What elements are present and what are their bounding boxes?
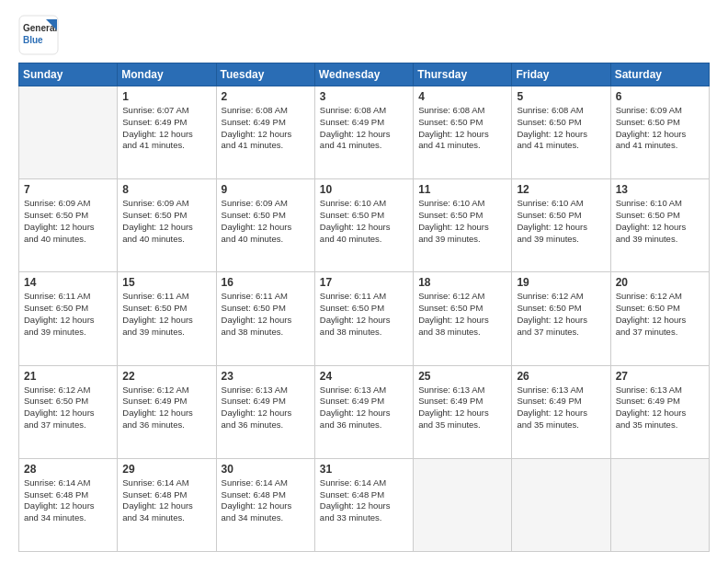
day-info: Sunrise: 6:12 AM Sunset: 6:50 PM Dayligh… xyxy=(418,291,506,338)
week-row-2: 7Sunrise: 6:09 AM Sunset: 6:50 PM Daylig… xyxy=(19,179,710,272)
col-header-friday: Friday xyxy=(512,63,610,86)
day-cell: 5Sunrise: 6:08 AM Sunset: 6:50 PM Daylig… xyxy=(512,86,610,179)
day-cell xyxy=(19,86,118,179)
day-number: 31 xyxy=(320,463,408,476)
day-number: 15 xyxy=(122,276,210,289)
day-number: 28 xyxy=(24,463,112,476)
day-number: 11 xyxy=(418,183,506,196)
day-info: Sunrise: 6:10 AM Sunset: 6:50 PM Dayligh… xyxy=(517,198,605,245)
day-number: 22 xyxy=(122,370,210,383)
day-info: Sunrise: 6:14 AM Sunset: 6:48 PM Dayligh… xyxy=(320,477,408,524)
day-info: Sunrise: 6:10 AM Sunset: 6:50 PM Dayligh… xyxy=(320,198,408,245)
day-info: Sunrise: 6:11 AM Sunset: 6:50 PM Dayligh… xyxy=(320,291,408,338)
logo-svg: General Blue xyxy=(18,15,59,55)
day-info: Sunrise: 6:11 AM Sunset: 6:50 PM Dayligh… xyxy=(122,291,210,338)
day-cell: 14Sunrise: 6:11 AM Sunset: 6:50 PM Dayli… xyxy=(19,272,118,365)
day-number: 24 xyxy=(320,370,408,383)
day-cell: 30Sunrise: 6:14 AM Sunset: 6:48 PM Dayli… xyxy=(216,458,314,551)
day-info: Sunrise: 6:14 AM Sunset: 6:48 PM Dayligh… xyxy=(222,477,310,524)
day-number: 9 xyxy=(222,183,310,196)
day-number: 30 xyxy=(222,463,310,476)
day-info: Sunrise: 6:08 AM Sunset: 6:50 PM Dayligh… xyxy=(517,105,605,152)
day-number: 19 xyxy=(517,276,605,289)
day-cell: 20Sunrise: 6:12 AM Sunset: 6:50 PM Dayli… xyxy=(610,272,709,365)
day-cell: 4Sunrise: 6:08 AM Sunset: 6:50 PM Daylig… xyxy=(414,86,512,179)
day-cell: 21Sunrise: 6:12 AM Sunset: 6:50 PM Dayli… xyxy=(19,365,118,458)
day-info: Sunrise: 6:12 AM Sunset: 6:49 PM Dayligh… xyxy=(122,385,210,431)
day-cell: 7Sunrise: 6:09 AM Sunset: 6:50 PM Daylig… xyxy=(19,179,118,272)
day-info: Sunrise: 6:08 AM Sunset: 6:49 PM Dayligh… xyxy=(222,105,310,152)
day-number: 7 xyxy=(24,183,112,196)
day-number: 16 xyxy=(222,276,310,289)
day-info: Sunrise: 6:12 AM Sunset: 6:50 PM Dayligh… xyxy=(24,385,112,431)
page: General Blue SundayMondayTuesdayWednesda… xyxy=(0,0,728,563)
day-number: 2 xyxy=(222,90,310,103)
day-info: Sunrise: 6:14 AM Sunset: 6:48 PM Dayligh… xyxy=(24,477,112,524)
week-row-5: 28Sunrise: 6:14 AM Sunset: 6:48 PM Dayli… xyxy=(19,458,710,551)
day-cell: 26Sunrise: 6:13 AM Sunset: 6:49 PM Dayli… xyxy=(512,365,610,458)
day-info: Sunrise: 6:11 AM Sunset: 6:50 PM Dayligh… xyxy=(24,291,112,338)
day-cell: 17Sunrise: 6:11 AM Sunset: 6:50 PM Dayli… xyxy=(314,272,413,365)
day-number: 14 xyxy=(24,276,112,289)
day-number: 18 xyxy=(418,276,506,289)
day-info: Sunrise: 6:13 AM Sunset: 6:49 PM Dayligh… xyxy=(616,385,704,431)
day-cell xyxy=(512,458,610,551)
calendar-table: SundayMondayTuesdayWednesdayThursdayFrid… xyxy=(18,63,710,552)
day-cell: 22Sunrise: 6:12 AM Sunset: 6:49 PM Dayli… xyxy=(118,365,216,458)
col-header-tuesday: Tuesday xyxy=(216,63,314,86)
day-info: Sunrise: 6:13 AM Sunset: 6:49 PM Dayligh… xyxy=(222,385,310,431)
day-info: Sunrise: 6:09 AM Sunset: 6:50 PM Dayligh… xyxy=(122,198,210,245)
day-cell: 27Sunrise: 6:13 AM Sunset: 6:49 PM Dayli… xyxy=(610,365,709,458)
day-cell: 1Sunrise: 6:07 AM Sunset: 6:49 PM Daylig… xyxy=(118,86,216,179)
week-row-1: 1Sunrise: 6:07 AM Sunset: 6:49 PM Daylig… xyxy=(19,86,710,179)
day-number: 17 xyxy=(320,276,408,289)
day-cell: 19Sunrise: 6:12 AM Sunset: 6:50 PM Dayli… xyxy=(512,272,610,365)
day-info: Sunrise: 6:13 AM Sunset: 6:49 PM Dayligh… xyxy=(517,385,605,431)
day-cell: 3Sunrise: 6:08 AM Sunset: 6:49 PM Daylig… xyxy=(314,86,413,179)
day-number: 6 xyxy=(616,90,704,103)
day-number: 25 xyxy=(418,370,506,383)
day-number: 1 xyxy=(122,90,210,103)
day-cell: 9Sunrise: 6:09 AM Sunset: 6:50 PM Daylig… xyxy=(216,179,314,272)
day-number: 10 xyxy=(320,183,408,196)
day-info: Sunrise: 6:13 AM Sunset: 6:49 PM Dayligh… xyxy=(320,385,408,431)
day-number: 20 xyxy=(616,276,704,289)
day-info: Sunrise: 6:11 AM Sunset: 6:50 PM Dayligh… xyxy=(222,291,310,338)
day-cell: 18Sunrise: 6:12 AM Sunset: 6:50 PM Dayli… xyxy=(414,272,512,365)
day-cell: 25Sunrise: 6:13 AM Sunset: 6:49 PM Dayli… xyxy=(414,365,512,458)
day-cell: 23Sunrise: 6:13 AM Sunset: 6:49 PM Dayli… xyxy=(216,365,314,458)
day-cell: 28Sunrise: 6:14 AM Sunset: 6:48 PM Dayli… xyxy=(19,458,118,551)
day-cell: 16Sunrise: 6:11 AM Sunset: 6:50 PM Dayli… xyxy=(216,272,314,365)
day-cell: 11Sunrise: 6:10 AM Sunset: 6:50 PM Dayli… xyxy=(414,179,512,272)
day-cell: 12Sunrise: 6:10 AM Sunset: 6:50 PM Dayli… xyxy=(512,179,610,272)
col-header-sunday: Sunday xyxy=(19,63,118,86)
day-cell: 6Sunrise: 6:09 AM Sunset: 6:50 PM Daylig… xyxy=(610,86,709,179)
header: General Blue xyxy=(18,15,710,55)
day-number: 23 xyxy=(222,370,310,383)
day-number: 26 xyxy=(517,370,605,383)
col-header-monday: Monday xyxy=(118,63,216,86)
day-cell: 13Sunrise: 6:10 AM Sunset: 6:50 PM Dayli… xyxy=(610,179,709,272)
day-number: 8 xyxy=(122,183,210,196)
day-number: 27 xyxy=(616,370,704,383)
day-info: Sunrise: 6:10 AM Sunset: 6:50 PM Dayligh… xyxy=(616,198,704,245)
week-row-3: 14Sunrise: 6:11 AM Sunset: 6:50 PM Dayli… xyxy=(19,272,710,365)
day-info: Sunrise: 6:07 AM Sunset: 6:49 PM Dayligh… xyxy=(122,105,210,152)
day-info: Sunrise: 6:09 AM Sunset: 6:50 PM Dayligh… xyxy=(24,198,112,245)
day-info: Sunrise: 6:09 AM Sunset: 6:50 PM Dayligh… xyxy=(222,198,310,245)
day-cell: 2Sunrise: 6:08 AM Sunset: 6:49 PM Daylig… xyxy=(216,86,314,179)
header-row: SundayMondayTuesdayWednesdayThursdayFrid… xyxy=(19,63,710,86)
day-cell xyxy=(414,458,512,551)
day-info: Sunrise: 6:08 AM Sunset: 6:50 PM Dayligh… xyxy=(418,105,506,152)
col-header-saturday: Saturday xyxy=(610,63,709,86)
day-cell: 8Sunrise: 6:09 AM Sunset: 6:50 PM Daylig… xyxy=(118,179,216,272)
day-number: 12 xyxy=(517,183,605,196)
day-number: 5 xyxy=(517,90,605,103)
logo: General Blue xyxy=(18,15,59,55)
day-info: Sunrise: 6:09 AM Sunset: 6:50 PM Dayligh… xyxy=(616,105,704,152)
day-info: Sunrise: 6:12 AM Sunset: 6:50 PM Dayligh… xyxy=(517,291,605,338)
day-number: 29 xyxy=(122,463,210,476)
day-cell: 31Sunrise: 6:14 AM Sunset: 6:48 PM Dayli… xyxy=(314,458,413,551)
day-info: Sunrise: 6:10 AM Sunset: 6:50 PM Dayligh… xyxy=(418,198,506,245)
day-info: Sunrise: 6:14 AM Sunset: 6:48 PM Dayligh… xyxy=(122,477,210,524)
